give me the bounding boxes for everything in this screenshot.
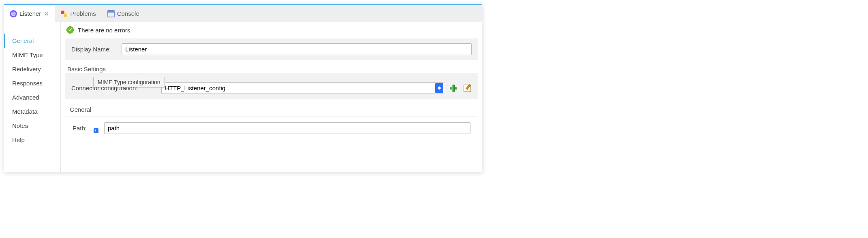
tab-listener[interactable]: Listener ✕ xyxy=(4,5,55,22)
status-message: There are no errors. xyxy=(78,27,132,34)
display-name-label: Display Name: xyxy=(71,46,117,53)
check-icon xyxy=(66,26,74,34)
display-name-input[interactable] xyxy=(122,43,472,55)
sidebar-item-general[interactable]: General xyxy=(4,34,60,48)
dropdown-icon[interactable] xyxy=(435,83,443,93)
general-group-label: General xyxy=(61,101,482,116)
path-label: Path: xyxy=(73,125,89,132)
plus-icon xyxy=(450,85,457,92)
close-icon[interactable]: ✕ xyxy=(44,11,49,17)
sidebar-item-notes[interactable]: Notes xyxy=(4,119,60,133)
edit-button[interactable] xyxy=(463,84,472,93)
display-name-section: Display Name: xyxy=(65,38,478,60)
tab-console[interactable]: Console xyxy=(102,5,145,22)
sidebar-item-help[interactable]: Help xyxy=(4,133,60,147)
info-icon[interactable] xyxy=(94,128,98,133)
path-input[interactable] xyxy=(104,122,470,134)
pencil-icon xyxy=(464,85,471,92)
sidebar-item-advanced[interactable]: Advanced xyxy=(4,90,60,104)
tab-problems[interactable]: Problems xyxy=(55,5,101,22)
basic-settings-label: Basic Settings xyxy=(61,62,482,73)
connector-config-select[interactable] xyxy=(161,82,444,94)
main-content: There are no errors. Display Name: Basic… xyxy=(61,22,482,172)
console-icon xyxy=(107,10,115,17)
general-group: Path: xyxy=(65,116,478,140)
problems-icon xyxy=(60,10,68,17)
panel-body: General MIME Type Redelivery Responses A… xyxy=(4,22,482,172)
sidebar-item-metadata[interactable]: Metadata xyxy=(4,104,60,119)
tab-label: Listener xyxy=(19,10,41,17)
sidebar-item-redelivery[interactable]: Redelivery xyxy=(4,62,60,76)
sidebar-item-responses[interactable]: Responses xyxy=(4,76,60,90)
tooltip: MIME Type configuration xyxy=(93,77,165,87)
connector-config-value[interactable] xyxy=(161,82,444,94)
sidebar-item-mime-type[interactable]: MIME Type xyxy=(4,48,60,62)
status-bar: There are no errors. xyxy=(61,22,482,38)
globe-icon xyxy=(10,10,17,17)
sidebar: General MIME Type Redelivery Responses A… xyxy=(4,22,61,172)
config-panel: Listener ✕ Problems Console General MIME… xyxy=(4,4,482,172)
tab-bar: Listener ✕ Problems Console xyxy=(4,5,482,22)
add-button[interactable] xyxy=(449,84,458,93)
tab-label: Problems xyxy=(70,10,96,17)
tab-label: Console xyxy=(117,10,139,17)
